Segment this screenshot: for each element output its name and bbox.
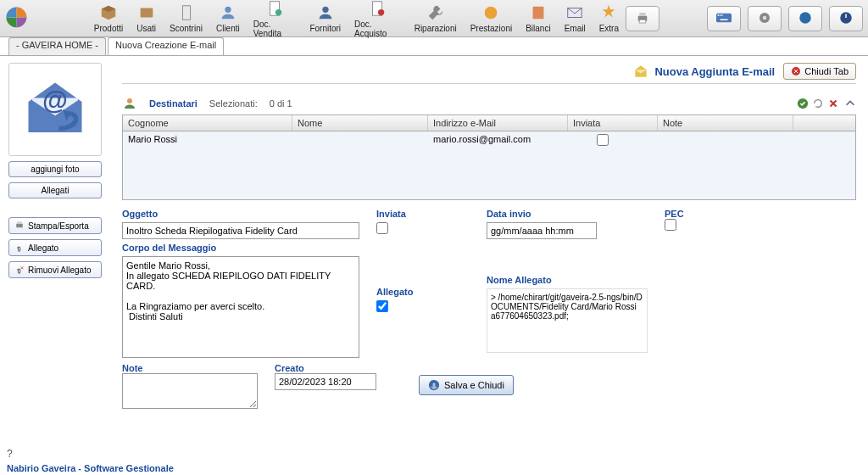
corpo-label: Corpo del Messaggio xyxy=(122,243,359,253)
page-title: Nuova Aggiunta E-mail xyxy=(632,63,775,80)
collapse-icon[interactable] xyxy=(844,98,856,109)
service-icon xyxy=(481,3,500,22)
toolbar-extra[interactable]: Extra xyxy=(599,3,619,33)
add-photo-button[interactable]: aggiungi foto xyxy=(8,161,102,177)
tab-home[interactable]: - GAVEIRA HOME - xyxy=(8,37,106,55)
note-label: Note xyxy=(122,363,258,373)
table-row[interactable]: Mario Rossi mario.rossi@gmail.com xyxy=(123,131,855,148)
selected-count: 0 di 1 xyxy=(270,98,292,109)
app-logo[interactable] xyxy=(5,6,28,31)
svg-point-8 xyxy=(378,8,384,14)
client-icon xyxy=(219,3,237,22)
svg-point-30 xyxy=(127,98,132,103)
oggetto-label: Oggetto xyxy=(122,209,359,219)
toolbar-riparazioni[interactable]: Riparazioni xyxy=(415,3,457,33)
pec-check[interactable] xyxy=(665,219,676,231)
svg-rect-13 xyxy=(639,13,646,16)
svg-rect-25 xyxy=(16,224,23,228)
print-icon xyxy=(14,221,25,231)
selected-label: Selezionati: xyxy=(209,98,258,109)
used-icon xyxy=(137,3,156,22)
email-large-icon: @ xyxy=(17,71,93,148)
oggetto-input[interactable] xyxy=(122,222,359,239)
col-inviata[interactable]: Inviata xyxy=(568,115,658,131)
svg-point-5 xyxy=(275,8,281,14)
attachments-button[interactable]: Allegati xyxy=(8,182,102,198)
toolbar-prestazioni[interactable]: Prestazioni xyxy=(470,3,512,33)
svg-rect-1 xyxy=(140,8,153,18)
close-icon xyxy=(791,66,801,76)
col-nome[interactable]: Nome xyxy=(292,115,428,131)
col-email[interactable]: Indirizzo e-Mail xyxy=(428,115,568,131)
power-icon xyxy=(838,10,854,25)
person-icon xyxy=(122,96,137,111)
power-button[interactable] xyxy=(829,6,863,31)
svg-point-32 xyxy=(429,380,439,390)
toolbar-fornitori[interactable]: Fornitori xyxy=(309,3,341,33)
print-export-button[interactable]: Stampa/Esporta xyxy=(8,217,102,234)
toolbar-scontrini[interactable]: Scontrini xyxy=(170,3,203,33)
creato-input[interactable] xyxy=(275,373,376,390)
toolbar-bilanci[interactable]: Bilanci xyxy=(526,3,550,33)
wrench-icon xyxy=(426,3,445,22)
svg-rect-26 xyxy=(17,222,22,224)
doc-purchase-icon xyxy=(368,0,387,18)
gear-button[interactable] xyxy=(748,6,782,31)
sync-icon xyxy=(798,10,813,25)
tab-current[interactable]: Nuova Creazione E-mail xyxy=(108,37,224,55)
print-button[interactable] xyxy=(626,6,659,31)
box-icon xyxy=(99,3,118,22)
help-icon[interactable]: ? xyxy=(7,448,13,460)
photo-frame: @ xyxy=(8,63,102,156)
svg-point-3 xyxy=(225,7,231,13)
sync-button[interactable] xyxy=(788,6,822,31)
data-invio-input[interactable] xyxy=(487,222,597,239)
balance-icon xyxy=(529,3,548,22)
toolbar-email[interactable]: Email xyxy=(565,3,586,33)
corpo-textarea[interactable] xyxy=(122,256,359,358)
allegato-check[interactable] xyxy=(376,300,388,312)
gear-icon xyxy=(757,10,772,25)
note-textarea[interactable] xyxy=(122,373,258,409)
svg-point-22 xyxy=(799,12,811,24)
toolbar-clienti[interactable]: Clienti xyxy=(216,3,240,33)
toolbar-usati[interactable]: Usati xyxy=(136,3,156,33)
printer-icon xyxy=(635,10,650,25)
col-cognome[interactable]: Cognome xyxy=(123,115,292,131)
nome-allegato-field[interactable]: > /home/chirart/git/gaveira-2.5-ngs/bin/… xyxy=(487,288,648,353)
save-icon xyxy=(428,379,440,391)
receipt-icon xyxy=(177,3,196,22)
svg-rect-17 xyxy=(720,14,721,16)
pec-label: PEC xyxy=(665,209,758,219)
keyboard-icon xyxy=(716,10,732,25)
close-tab-button[interactable]: Chiudi Tab xyxy=(783,63,856,80)
refresh-icon[interactable] xyxy=(812,98,824,109)
row-inviata-check[interactable] xyxy=(597,134,609,146)
inviata-check[interactable] xyxy=(376,222,388,234)
check-icon[interactable] xyxy=(797,98,809,109)
toolbar-docvendita[interactable]: Doc. Vendita xyxy=(253,0,297,38)
recipients-grid: Cognome Nome Indirizzo e-Mail Inviata No… xyxy=(122,115,856,200)
clip-icon xyxy=(14,243,25,253)
doc-sale-icon xyxy=(265,0,284,18)
remove-attach-button[interactable]: Rimuovi Allegato xyxy=(8,261,102,278)
col-note[interactable]: Note xyxy=(658,115,793,131)
toolbar-prodotti[interactable]: Prodotti xyxy=(94,3,123,33)
svg-point-9 xyxy=(485,7,498,20)
toolbar-docacquisto[interactable]: Doc. Acquisto xyxy=(354,0,401,38)
keyboard-button[interactable] xyxy=(707,6,741,31)
supplier-icon xyxy=(316,3,335,22)
svg-rect-10 xyxy=(532,7,543,20)
attach-button[interactable]: Allegato xyxy=(8,239,102,256)
svg-rect-16 xyxy=(718,14,720,16)
svg-point-6 xyxy=(322,7,328,13)
svg-rect-19 xyxy=(721,19,728,20)
allegato-label: Allegato xyxy=(376,287,470,297)
svg-rect-18 xyxy=(721,14,723,16)
nome-allegato-label: Nome Allegato xyxy=(487,275,648,285)
delete-icon[interactable] xyxy=(827,98,839,109)
save-close-button[interactable]: Salva e Chiudi xyxy=(419,375,514,395)
footer-text: Nabirio Gaveira - Software Gestionale xyxy=(7,463,174,473)
inviata-label: Inviata xyxy=(376,209,470,219)
svg-point-21 xyxy=(763,15,767,20)
